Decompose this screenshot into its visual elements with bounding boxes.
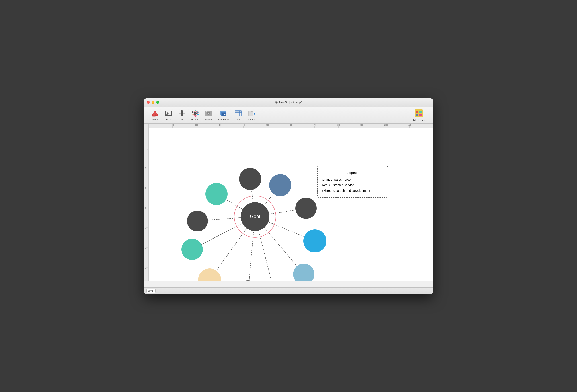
svg-text:600: 600 bbox=[145, 247, 147, 249]
svg-rect-46 bbox=[416, 111, 418, 112]
status-bar: 90% 100% 75% 50% 150% bbox=[144, 288, 433, 294]
svg-text:700: 700 bbox=[145, 266, 147, 269]
svg-text:A: A bbox=[167, 111, 169, 115]
svg-text:900: 900 bbox=[360, 124, 363, 126]
node-8[interactable] bbox=[293, 263, 314, 281]
node-7[interactable] bbox=[181, 239, 203, 260]
legend-box: Legend: Orange: Sales Force Red: Custome… bbox=[317, 166, 388, 198]
window-title: NewProject.ocdp2 bbox=[275, 100, 303, 104]
line-icon bbox=[178, 109, 186, 117]
svg-point-19 bbox=[192, 114, 193, 115]
node-1[interactable] bbox=[239, 168, 261, 190]
svg-rect-7 bbox=[153, 114, 155, 117]
svg-rect-40 bbox=[235, 110, 242, 112]
canvas[interactable]: .dashed-line { stroke: #555; stroke-widt… bbox=[149, 128, 433, 281]
svg-text:800: 800 bbox=[337, 124, 340, 126]
file-icon bbox=[275, 100, 278, 104]
svg-rect-33 bbox=[221, 112, 226, 116]
svg-text:1,000: 1,000 bbox=[384, 124, 388, 126]
close-button[interactable] bbox=[147, 101, 150, 104]
node-goal[interactable]: Goal bbox=[241, 202, 269, 231]
table-icon bbox=[234, 109, 242, 117]
textbox-icon: A bbox=[164, 109, 172, 117]
node-2[interactable] bbox=[269, 174, 291, 196]
svg-point-18 bbox=[195, 116, 196, 117]
ruler-top: 100 200 300 400 500 600 700 800 bbox=[149, 124, 433, 128]
svg-text:400: 400 bbox=[145, 207, 147, 209]
svg-text:400: 400 bbox=[243, 124, 245, 126]
svg-text:500: 500 bbox=[266, 124, 269, 126]
traffic-lights bbox=[147, 101, 159, 104]
slideshow-icon bbox=[219, 109, 227, 117]
svg-point-16 bbox=[197, 111, 199, 113]
svg-rect-47 bbox=[419, 111, 422, 112]
node-10[interactable] bbox=[236, 280, 259, 281]
table-label: Table bbox=[235, 118, 241, 121]
photo-tool[interactable]: Photo bbox=[202, 108, 215, 122]
ruler-corner bbox=[144, 124, 149, 128]
legend-line1: Orange: Sales Force bbox=[322, 177, 383, 183]
photo-label: Photo bbox=[205, 118, 212, 121]
shape-tool[interactable]: Shape bbox=[149, 108, 161, 122]
slideshow-label: Slideshow bbox=[218, 118, 229, 121]
branch-tool[interactable]: Branch bbox=[189, 108, 201, 122]
svg-text:300: 300 bbox=[219, 124, 221, 126]
svg-marker-42 bbox=[252, 111, 253, 112]
svg-rect-45 bbox=[415, 109, 423, 117]
titlebar: NewProject.ocdp2 bbox=[144, 98, 433, 107]
export-label: Export bbox=[248, 118, 255, 121]
textbox-tool[interactable]: A Textbox bbox=[162, 108, 175, 122]
svg-point-15 bbox=[195, 110, 196, 111]
textbox-label: Textbox bbox=[164, 118, 173, 121]
style-options-label: Style Options bbox=[412, 119, 426, 121]
svg-text:100: 100 bbox=[146, 148, 148, 150]
svg-text:500: 500 bbox=[145, 227, 147, 229]
svg-text:300: 300 bbox=[145, 187, 147, 189]
node-6[interactable] bbox=[303, 229, 326, 253]
app-window: NewProject.ocdp2 Shape A Textb bbox=[144, 98, 433, 294]
maximize-button[interactable] bbox=[156, 101, 159, 104]
zoom-select[interactable]: 90% 100% 75% 50% 150% bbox=[146, 289, 156, 293]
shape-icon bbox=[151, 109, 159, 117]
toolbar: Shape A Textbox Line bbox=[144, 107, 433, 124]
svg-point-29 bbox=[208, 112, 209, 114]
svg-rect-30 bbox=[206, 111, 207, 112]
zoom-control[interactable]: 90% 100% 75% 50% 150% bbox=[146, 289, 156, 293]
svg-point-1 bbox=[276, 102, 277, 103]
export-tool[interactable]: Export bbox=[245, 108, 258, 122]
svg-text:700: 700 bbox=[314, 124, 316, 126]
line-tool[interactable]: Line bbox=[176, 108, 188, 122]
export-icon bbox=[248, 109, 255, 117]
legend-title: Legend: bbox=[322, 170, 383, 176]
line-label: Line bbox=[180, 118, 184, 121]
legend-line2: Red: Customer Service bbox=[322, 183, 383, 188]
node-9[interactable] bbox=[198, 268, 221, 281]
branch-label: Branch bbox=[191, 118, 199, 121]
node-3[interactable] bbox=[205, 183, 228, 205]
canvas-area: 100 200 300 400 500 600 700 800 bbox=[144, 124, 433, 288]
style-options-icon bbox=[414, 109, 423, 118]
svg-text:600: 600 bbox=[290, 124, 293, 126]
svg-text:100: 100 bbox=[172, 124, 174, 126]
mind-map: .dashed-line { stroke: #555; stroke-widt… bbox=[149, 128, 433, 281]
svg-marker-44 bbox=[254, 113, 255, 115]
slideshow-tool[interactable]: Slideshow bbox=[216, 108, 231, 122]
ruler-left: 100 200 300 400 500 600 700 bbox=[144, 128, 149, 281]
table-tool[interactable]: Table bbox=[232, 108, 244, 122]
photo-icon bbox=[205, 109, 213, 117]
svg-rect-12 bbox=[179, 113, 185, 114]
node-4[interactable] bbox=[187, 211, 208, 231]
svg-point-20 bbox=[192, 111, 193, 113]
legend-line3: White: Research and Development bbox=[322, 188, 383, 194]
svg-text:1,100: 1,100 bbox=[408, 124, 412, 126]
svg-rect-74 bbox=[144, 128, 148, 281]
minimize-button[interactable] bbox=[151, 101, 154, 104]
svg-rect-48 bbox=[416, 114, 418, 116]
svg-text:200: 200 bbox=[145, 167, 147, 169]
svg-point-17 bbox=[197, 114, 199, 115]
style-options-button[interactable]: Style Options bbox=[409, 108, 428, 123]
svg-rect-49 bbox=[419, 114, 422, 116]
svg-text:200: 200 bbox=[195, 124, 198, 126]
node-5[interactable] bbox=[295, 197, 317, 219]
shape-label: Shape bbox=[151, 118, 158, 121]
